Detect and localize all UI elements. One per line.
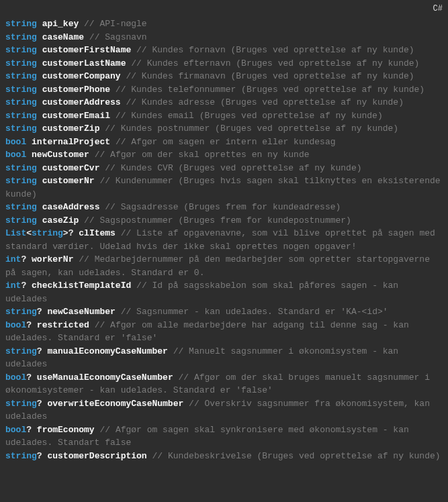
code-line: string customerNr // Kundenummer (Bruges… [5,174,443,201]
type-keyword: string [5,111,37,121]
nullable-mark: ? [69,228,74,238]
type-keyword: string [5,202,37,212]
generic-close: > [63,228,69,238]
identifier: caseName [42,32,84,42]
comment: // API-nøgle [84,19,147,29]
code-line: string customerCvr // Kundes CVR (Bruges… [5,162,443,175]
identifier: manualEconomyCaseNumber [47,346,167,356]
identifier: customerZip [42,123,100,134]
code-line: string? newCaseNumber // Sagsnummer - ka… [5,305,443,319]
code-line: string customerCompany // Kundes firmana… [5,70,443,83]
code-line: bool internalProject // Afgør om sagen e… [5,136,443,149]
type-keyword: string [5,58,37,68]
type-keyword: string [5,307,37,317]
identifier: customerFirstName [42,45,132,55]
type-keyword: string [5,32,37,42]
code-line: string? overwriteEconomyCaseNumber // Ov… [5,397,443,423]
comment: // Kundes fornavn (Bruges ved oprettelse… [136,45,414,55]
nullable-mark: ? [21,254,26,264]
identifier: customerCompany [42,71,121,81]
type-keyword: string [5,97,37,107]
identifier: newCustomer [32,150,89,160]
comment: // Kundes telefonnummer (Bruges ved opre… [116,85,424,95]
type-keyword: string [5,346,37,356]
code-line: string caseName // Sagsnavn [5,31,443,44]
comment: // Kundes firmanavn (Bruges ved oprettel… [126,71,414,81]
nullable-mark: ? [37,307,42,317]
code-line: int? workerNr // Medarbejdernummer på de… [5,253,443,279]
nullable-mark: ? [26,425,32,435]
code-line: string customerPhone // Kundes telefonnu… [5,83,443,97]
comment: // Sagspostnummer (Bruges frem for kunde… [84,215,351,225]
comment: // Kundes adresse (Bruges ved oprettelse… [126,97,403,107]
identifier: fromEconomy [37,425,95,435]
code-line: string api_key // API-nøgle [5,17,443,31]
type-keyword: string [5,163,37,173]
code-line: string? manualEconomyCaseNumber // Manue… [5,345,443,371]
type-keyword: bool [5,372,26,383]
code-line: string customerEmail // Kundes email (Br… [5,109,443,123]
nullable-mark: ? [37,399,42,409]
generic-open: < [26,228,32,238]
type-keyword: string [5,399,37,409]
nullable-mark: ? [26,372,32,383]
identifier: customerDescription [47,451,146,461]
comment: // Kundes CVR (Bruges ved oprettelse af … [105,163,361,173]
comment: // Sagsnummer - kan udelades. Standard e… [121,307,388,317]
type-keyword: string [5,85,37,95]
type-keyword: string [5,451,37,461]
identifier: restricted [37,320,89,330]
type-keyword: int [5,254,21,264]
identifier: overwriteEconomyCaseNumber [47,399,183,409]
identifier: customerAddress [42,97,121,107]
code-line: string customerLastName // Kundes eftern… [5,57,443,70]
code-line: List<string>? clItems // Liste af opgave… [5,227,443,253]
code-line: bool? restricted // Afgør om alle medarb… [5,319,443,345]
code-line: bool? useManualEconomyCaseNumber // Afgø… [5,371,443,397]
identifier: checklistTemplateId [32,281,131,291]
code-line: string caseZip // Sagspostnummer (Bruges… [5,214,443,228]
type-keyword: string [32,228,63,238]
type-keyword: string [5,176,37,186]
type-keyword: string [5,19,37,29]
identifier: customerLastName [42,58,126,68]
type-keyword: bool [5,137,26,147]
code-line: int? checklistTemplateId // Id på sagssk… [5,279,443,305]
code-line: string customerZip // Kundes postnummer … [5,122,443,136]
identifier: customerNr [42,176,95,186]
identifier: workerNr [32,254,73,264]
code-line: string? customerDescription // Kundebesk… [5,450,443,463]
nullable-mark: ? [26,320,32,330]
comment: // Kundes postnummer (Bruges ved oprette… [105,123,398,134]
code-block: C# string api_key // API-nøglestring cas… [0,0,448,468]
identifier: customerPhone [42,85,110,95]
code-line: bool newCustomer // Afgør om der skal op… [5,148,443,162]
type-keyword: string [5,71,37,81]
code-line: bool? fromEconomy // Afgør om sagen skal… [5,423,443,450]
identifier: caseZip [42,215,79,225]
identifier: customerEmail [42,111,110,121]
identifier: api_key [42,19,79,29]
comment: // Kundes email (Bruges ved oprettelse a… [116,111,383,121]
nullable-mark: ? [37,346,42,356]
type-keyword: bool [5,320,26,330]
type-keyword: int [5,281,21,291]
code-content: string api_key // API-nøglestring caseNa… [5,17,443,462]
comment: // Sagsadresse (Bruges frem for kundeadr… [105,202,341,212]
type-keyword: string [5,215,37,225]
comment: // Sagsnavn [89,32,147,42]
nullable-mark: ? [37,451,42,461]
identifier: caseAddress [42,202,100,212]
comment: // Kundebeskrivelse (Bruges ved oprettel… [152,451,440,461]
code-line: string customerAddress // Kundes adresse… [5,96,443,109]
comment: // Afgør om der skal oprettes en ny kund… [95,150,310,160]
identifier: internalProject [32,137,110,147]
language-badge: C# [433,3,443,15]
type-keyword: bool [5,150,26,160]
identifier: useManualEconomyCaseNumber [37,372,173,383]
type-keyword: string [5,45,37,55]
type-keyword: string [5,123,37,134]
comment: // Afgør om sagen er intern eller kundes… [116,137,336,147]
type-keyword: List [5,228,26,238]
nullable-mark: ? [21,281,26,291]
